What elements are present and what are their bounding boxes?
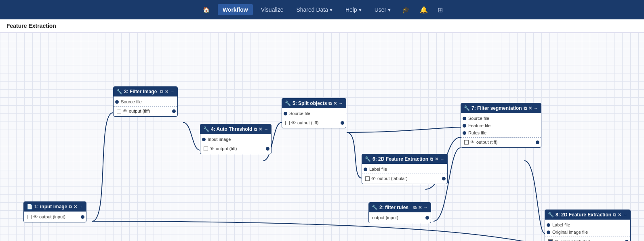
nav-help[interactable]: Help ▾: [341, 4, 366, 15]
node-6-checkbox[interactable]: [365, 176, 370, 181]
node-6-copy[interactable]: ⧉: [430, 157, 433, 162]
node-5-close[interactable]: ✕: [333, 101, 337, 106]
node-4: 🔧 4: Auto Threshold ⧉ ✕ → Input image 👁 …: [200, 124, 271, 154]
node-5-body: Source file 👁 output (tiff): [282, 108, 346, 128]
node-4-arrow[interactable]: →: [264, 127, 268, 132]
node-4-copy[interactable]: ⧉: [254, 127, 257, 132]
node-3-checkbox[interactable]: [117, 109, 121, 113]
node-1-arrow[interactable]: →: [79, 204, 83, 209]
node-6-label-label: Label file: [369, 167, 387, 172]
node-4-output-label: output (tiff): [216, 146, 237, 151]
node-4-icon: 🔧: [203, 126, 209, 132]
node-7-close[interactable]: ✕: [528, 106, 532, 111]
node-5-header: 🔧 5: Split objects ⧉ ✕ →: [282, 98, 346, 108]
node-1-output-label: output (input): [39, 214, 65, 219]
node-3-close[interactable]: ✕: [165, 89, 168, 94]
node-2-close[interactable]: ✕: [418, 205, 422, 210]
graduation-icon[interactable]: 🎓: [399, 4, 413, 16]
nav-shared-data[interactable]: Shared Data ▾: [291, 4, 337, 15]
node-3-port-source: Source file: [114, 98, 177, 105]
nav-workflow[interactable]: Workflow: [218, 4, 253, 15]
node-4-checkbox[interactable]: [204, 147, 208, 151]
node-7-arrow[interactable]: →: [534, 106, 538, 111]
node-7-in-dot-3: [463, 131, 466, 135]
node-7-in-dot-1: [463, 117, 466, 120]
node-6-eye[interactable]: 👁: [371, 176, 376, 181]
node-2-body: output (input): [369, 212, 431, 223]
nav-home[interactable]: 🏠: [198, 4, 215, 15]
grid-icon[interactable]: ⊞: [434, 4, 446, 16]
node-2-copy[interactable]: ⧉: [413, 205, 417, 210]
node-8-in-dot-2: [547, 231, 550, 234]
node-1-body: 👁 output (input): [24, 212, 86, 222]
node-4-title: 4: Auto Threshold: [211, 126, 252, 132]
node-1-icon: 📄: [27, 204, 33, 210]
node-4-input-label: Input image: [208, 137, 231, 142]
node-5: 🔧 5: Split objects ⧉ ✕ → Source file 👁 o…: [282, 98, 346, 128]
node-1-eye[interactable]: 👁: [33, 214, 38, 219]
node-5-output: 👁 output (tiff): [282, 119, 346, 126]
node-7-source-label: Source file: [468, 116, 489, 121]
node-3: 🔧 3: Filter Image ⧉ ✕ → Source file 👁 ou…: [113, 86, 178, 117]
node-2-output: output (input): [369, 214, 431, 221]
node-6-arrow[interactable]: →: [440, 157, 444, 161]
node-5-checkbox[interactable]: [285, 121, 290, 125]
node-7-checkbox[interactable]: [464, 140, 469, 145]
node-8-checkbox[interactable]: [548, 239, 553, 241]
node-6-port-label: Label file: [362, 166, 447, 173]
node-7-rules-label: Rules file: [468, 130, 486, 135]
node-5-out-dot: [341, 121, 344, 125]
node-3-arrow[interactable]: →: [170, 89, 175, 94]
node-8-header: 🔧 8: 2D Feature Extraction ⧉ ✕ →: [545, 210, 630, 220]
node-6-close[interactable]: ✕: [435, 157, 438, 162]
node-8-close[interactable]: ✕: [618, 212, 621, 218]
node-8-eye[interactable]: 👁: [554, 239, 559, 241]
page-title: Feature Extraction: [0, 19, 644, 33]
node-7-eye[interactable]: 👁: [470, 140, 475, 145]
node-8-copy[interactable]: ⧉: [613, 212, 616, 218]
node-6-output: 👁 output (tabular): [362, 175, 447, 182]
node-4-close[interactable]: ✕: [259, 127, 262, 132]
nav-user[interactable]: User ▾: [370, 4, 396, 15]
node-8-arrow[interactable]: →: [623, 212, 627, 217]
node-3-copy[interactable]: ⧉: [160, 89, 163, 94]
node-5-output-label: output (tiff): [297, 120, 318, 125]
node-4-body: Input image 👁 output (tiff): [200, 134, 271, 154]
node-5-port-source: Source file: [282, 110, 346, 117]
node-6-output-label: output (tabular): [377, 176, 408, 181]
node-4-in-dot: [202, 138, 206, 141]
node-1: 📄 1: input image ⧉ ✕ → 👁 output (input): [23, 201, 86, 222]
node-7-icon: 🔧: [464, 105, 470, 111]
node-8-port-original: Original image file: [545, 228, 630, 236]
node-4-port-input: Input image: [200, 136, 271, 143]
node-2-arrow[interactable]: →: [423, 205, 428, 210]
node-1-close[interactable]: ✕: [74, 204, 77, 210]
node-1-copy[interactable]: ⧉: [69, 204, 72, 210]
node-7-output: 👁 output (tiff): [461, 138, 541, 146]
node-3-out-dot: [172, 109, 176, 113]
node-7-copy[interactable]: ⧉: [524, 106, 527, 111]
nav-visualize[interactable]: Visualize: [256, 4, 288, 15]
node-6-icon: 🔧: [365, 156, 371, 162]
node-7-port-source: Source file: [461, 115, 541, 122]
node-7-port-rules: Rules file: [461, 129, 541, 136]
node-4-out-dot: [266, 147, 269, 151]
bell-icon[interactable]: 🔔: [417, 4, 431, 16]
node-4-output: 👁 output (tiff): [200, 145, 271, 152]
node-4-eye[interactable]: 👁: [210, 146, 214, 151]
node-6-title: 6: 2D Feature Extraction: [373, 156, 428, 162]
node-5-arrow[interactable]: →: [339, 101, 343, 106]
node-5-copy[interactable]: ⧉: [328, 101, 332, 106]
node-8-body: Label file Original image file 👁 output …: [545, 220, 630, 241]
node-8-title: 8: 2D Feature Extraction: [556, 212, 611, 218]
node-1-title: 1: input image: [34, 204, 67, 210]
node-5-eye[interactable]: 👁: [291, 120, 296, 125]
node-3-eye[interactable]: 👁: [123, 109, 127, 113]
node-2: 🔧 2: filter rules ⧉ ✕ → output (input): [368, 202, 431, 223]
node-8-icon: 🔧: [548, 212, 554, 218]
node-3-in-dot: [115, 100, 119, 104]
node-5-title: 5: Split objects: [293, 101, 327, 106]
workflow-canvas: 📄 1: input image ⧉ ✕ → 👁 output (input) …: [0, 33, 644, 241]
node-1-checkbox[interactable]: [27, 215, 32, 219]
node-4-header: 🔧 4: Auto Threshold ⧉ ✕ →: [200, 124, 271, 134]
